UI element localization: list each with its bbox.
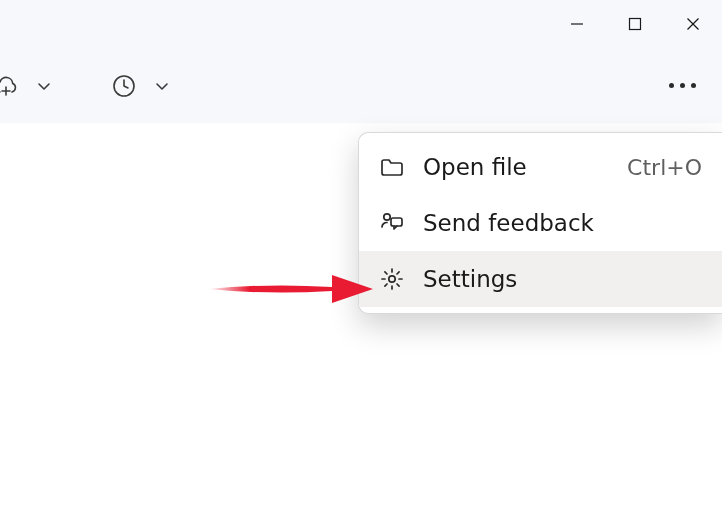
cloud-dropdown-button[interactable] [24, 66, 64, 106]
feedback-icon [377, 208, 407, 238]
menu-item-settings[interactable]: Settings [359, 251, 722, 307]
more-icon [691, 83, 696, 88]
maximize-icon [628, 17, 642, 31]
menu-item-shortcut: Ctrl+O [627, 155, 702, 180]
minimize-icon [570, 17, 584, 31]
chevron-down-icon [154, 78, 170, 94]
folder-icon [377, 152, 407, 182]
history-button[interactable] [104, 66, 144, 106]
cloud-add-icon [0, 72, 20, 100]
annotation-arrow [208, 269, 373, 309]
close-icon [686, 17, 700, 31]
more-icon [680, 83, 685, 88]
menu-item-label: Settings [423, 266, 702, 292]
menu-item-open-file[interactable]: Open file Ctrl+O [359, 139, 722, 195]
maximize-button[interactable] [606, 0, 664, 48]
cloud-add-button[interactable] [0, 66, 26, 106]
more-icon [669, 83, 674, 88]
titlebar [0, 0, 722, 48]
menu-item-label: Open file [423, 154, 627, 180]
svg-point-9 [389, 276, 395, 282]
toolbar [0, 48, 722, 124]
menu-item-send-feedback[interactable]: Send feedback [359, 195, 722, 251]
svg-rect-1 [630, 19, 641, 30]
svg-rect-8 [391, 218, 402, 226]
svg-point-7 [384, 214, 390, 220]
gear-icon [377, 264, 407, 294]
toolbar-group-cloud [0, 66, 182, 106]
minimize-button[interactable] [548, 0, 606, 48]
more-button[interactable] [660, 64, 704, 108]
history-icon [111, 73, 137, 99]
more-menu: Open file Ctrl+O Send feedback [358, 132, 722, 314]
history-dropdown-button[interactable] [142, 66, 182, 106]
chevron-down-icon [36, 78, 52, 94]
menu-item-label: Send feedback [423, 210, 702, 236]
close-button[interactable] [664, 0, 722, 48]
content-area: Open file Ctrl+O Send feedback [0, 124, 722, 505]
